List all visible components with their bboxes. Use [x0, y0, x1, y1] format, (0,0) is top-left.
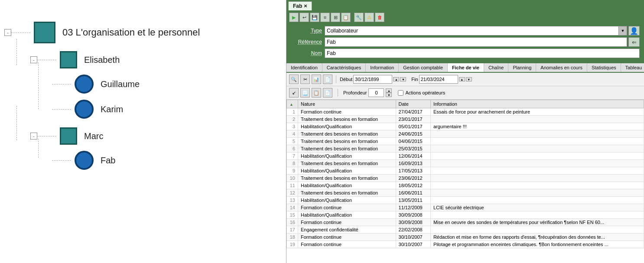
- debut-input[interactable]: [353, 75, 392, 84]
- actions-checkbox[interactable]: [398, 90, 403, 96]
- ct-btn-2[interactable]: ✂: [300, 75, 310, 84]
- profondeur-label: Profondeur: [343, 90, 367, 95]
- debut-spin-up[interactable]: ▲: [393, 77, 399, 81]
- toolbar-btn-delete[interactable]: 🗑: [375, 13, 384, 22]
- fin-spin-dn[interactable]: ▼: [466, 77, 472, 81]
- ct2-btn-2[interactable]: 📃: [300, 88, 310, 97]
- ct2-btn-3[interactable]: 📋: [312, 88, 321, 97]
- toolbar-btn-warning[interactable]: ⚠: [364, 13, 374, 22]
- table-row[interactable]: 1 Formation continue 27/04/2017 Essais d…: [287, 108, 644, 116]
- cell-date: 16/09/2013: [396, 160, 430, 167]
- ct-btn-4[interactable]: 📄: [323, 75, 332, 84]
- toolbar-btn-play[interactable]: ▶: [289, 13, 299, 22]
- table-row[interactable]: 3 Habilitation/Qualification 05/01/2017 …: [287, 123, 644, 130]
- cell-num: 6: [287, 145, 298, 153]
- cell-num: 7: [287, 153, 298, 160]
- table-row[interactable]: 12 Traitement des besoins en formation 1…: [287, 189, 644, 197]
- debut-spin-dn[interactable]: ▼: [400, 77, 406, 81]
- ct-btn-1[interactable]: 🔍: [289, 75, 299, 84]
- actions-label[interactable]: Actions opérateurs: [405, 90, 445, 95]
- cell-info: argumentaire !!!: [430, 123, 644, 130]
- table-row[interactable]: 9 Habilitation/Qualification 17/05/2013: [287, 167, 644, 175]
- prof-spin-up[interactable]: ▲: [386, 88, 392, 93]
- cell-date: 16/06/2011: [396, 189, 430, 197]
- toolbar-btn-grid[interactable]: ⊞: [331, 13, 340, 22]
- table-row[interactable]: 14 Formation continue 11/12/2009 LCIE sé…: [287, 204, 644, 211]
- nav-tab-tableau[interactable]: Tableau: [621, 63, 644, 72]
- toolbar-btn-back[interactable]: ↩: [299, 13, 309, 22]
- cell-nature: Habilitation/Qualification: [298, 182, 396, 189]
- col-header-info[interactable]: Information: [430, 100, 644, 108]
- ct2-btn-1[interactable]: ↙: [289, 88, 299, 97]
- toolbar-btn-list[interactable]: ≡: [320, 13, 330, 22]
- icon-fab: [75, 151, 94, 170]
- data-table-container: ▲ Nature Date Information 1 Formation co…: [286, 100, 644, 263]
- table-row[interactable]: 13 Habilitation/Qualification 13/05/2011: [287, 197, 644, 204]
- ref-side-btn[interactable]: ⇐: [628, 37, 640, 47]
- table-row[interactable]: 5 Traitement des besoins en formation 04…: [287, 138, 644, 145]
- nav-tab-chaine[interactable]: Chaîne: [484, 63, 508, 72]
- cell-date: 18/05/2012: [396, 182, 430, 189]
- nav-tab-planning[interactable]: Planning: [508, 63, 536, 72]
- cell-info: [430, 226, 644, 234]
- cell-date: 12/06/2014: [396, 153, 430, 160]
- prof-spin-dn[interactable]: ▼: [386, 93, 392, 97]
- tab-fab[interactable]: Fab ×: [288, 1, 312, 10]
- nav-tab-gestion-comptable[interactable]: Gestion comptable: [399, 63, 448, 72]
- table-row[interactable]: 7 Habilitation/Qualification 12/06/2014: [287, 153, 644, 160]
- cell-date: 30/10/2007: [396, 241, 430, 248]
- table-row[interactable]: 10 Traitement des besoins en formation 2…: [287, 175, 644, 182]
- type-label: Type: [291, 28, 322, 34]
- label-fab: Fab: [101, 156, 115, 166]
- cell-info: Mise en oeuvre des sondes de température…: [430, 219, 644, 226]
- fin-spin-up[interactable]: ▲: [459, 77, 465, 81]
- cell-nature: Habilitation/Qualification: [298, 167, 396, 175]
- table-row[interactable]: 15 Habilitation/Qualification 30/09/2008: [287, 211, 644, 219]
- cell-date: 17/05/2013: [396, 167, 430, 175]
- table-row[interactable]: 17 Engagement confidentialité 22/02/2008: [287, 226, 644, 234]
- nav-tab-anomalies[interactable]: Anomalies en cours: [536, 63, 587, 72]
- toolbar-btn-clipboard[interactable]: 📋: [341, 13, 351, 22]
- cell-date: 04/06/2015: [396, 138, 430, 145]
- type-input[interactable]: [325, 26, 627, 36]
- tab-fab-close[interactable]: ×: [304, 3, 307, 9]
- table-row[interactable]: 19 Formation continue 30/10/2007 Pilotag…: [287, 241, 644, 248]
- ct2-btn-4[interactable]: 📄: [323, 88, 332, 97]
- table-row[interactable]: 18 Formation continue 30/10/2007 Rédacti…: [287, 234, 644, 241]
- cell-nature: Traitement des besoins en formation: [298, 138, 396, 145]
- profondeur-input[interactable]: [368, 88, 384, 97]
- fin-input[interactable]: [419, 75, 458, 84]
- toolbar-btn-tools[interactable]: 🔧: [354, 13, 364, 22]
- table-row[interactable]: 2 Traitement des besoins en formation 23…: [287, 116, 644, 123]
- nav-tab-identification[interactable]: Identification: [286, 63, 322, 72]
- cell-nature: Traitement des besoins en formation: [298, 145, 396, 153]
- table-row[interactable]: 11 Habilitation/Qualification 18/05/2012: [287, 182, 644, 189]
- nav-tab-fiche-de-vie[interactable]: Fiche de vie: [448, 63, 484, 73]
- cell-nature: Traitement des besoins en formation: [298, 175, 396, 182]
- cell-info: [430, 160, 644, 167]
- expand-elisabeth[interactable]: -: [30, 56, 37, 63]
- nav-tab-statistiques[interactable]: Statistiques: [587, 63, 621, 72]
- ct-btn-3[interactable]: 📊: [312, 75, 321, 84]
- col-header-num[interactable]: ▲: [287, 100, 298, 108]
- expand-marc[interactable]: -: [30, 133, 37, 140]
- cell-date: 30/10/2007: [396, 234, 430, 241]
- expand-org[interactable]: -: [4, 29, 11, 36]
- label-karim: Karim: [101, 104, 123, 114]
- nav-tab-caracteristiques[interactable]: Caractéristiques: [322, 63, 366, 72]
- cell-num: 4: [287, 130, 298, 138]
- col-header-date[interactable]: Date: [396, 100, 430, 108]
- col-header-nature[interactable]: Nature: [298, 100, 396, 108]
- nav-tab-information[interactable]: Information: [366, 63, 399, 72]
- fin-label: Fin: [411, 77, 418, 82]
- table-row[interactable]: 4 Traitement des besoins en formation 24…: [287, 130, 644, 138]
- type-dropdown-arrow[interactable]: ▼: [618, 26, 627, 36]
- table-row[interactable]: 16 Formation continue 30/09/2008 Mise en…: [287, 219, 644, 226]
- ref-input[interactable]: [325, 37, 627, 47]
- table-row[interactable]: 6 Traitement des besoins en formation 25…: [287, 145, 644, 153]
- table-row[interactable]: 8 Traitement des besoins en formation 16…: [287, 160, 644, 167]
- type-side-btn[interactable]: 👤: [628, 26, 640, 36]
- toolbar-btn-save[interactable]: 💾: [310, 13, 319, 22]
- cell-info: [430, 197, 644, 204]
- nom-input[interactable]: [325, 49, 640, 58]
